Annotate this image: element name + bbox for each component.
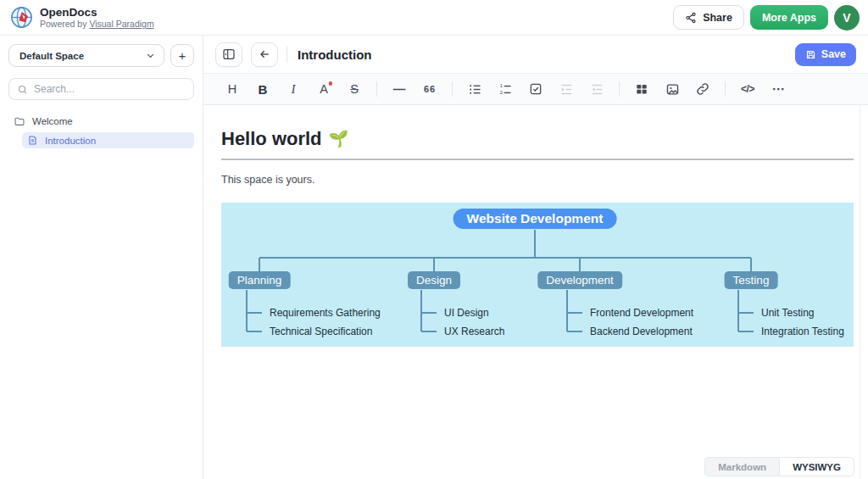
sidebar-item-welcome[interactable]: Welcome — [8, 113, 194, 129]
heading-rule — [221, 159, 854, 160]
horizontal-rule-button[interactable]: — — [388, 78, 410, 100]
editor-toolbar: H B I A S — 66 — [203, 73, 868, 105]
tree-item-label: Welcome — [32, 116, 73, 126]
powered-by: Powered by Visual Paradigm — [40, 19, 154, 29]
mindmap-leaf: Technical Specification — [270, 326, 372, 337]
checkbox-icon — [529, 82, 542, 96]
table-icon — [635, 82, 648, 96]
heading-button[interactable]: H — [221, 78, 243, 100]
task-list-button[interactable] — [525, 78, 547, 100]
table-button[interactable] — [631, 78, 653, 100]
bullet-list-button[interactable] — [464, 78, 486, 100]
back-button[interactable] — [251, 42, 278, 67]
more-tools-button[interactable]: ⋯ — [767, 78, 789, 100]
document-icon — [27, 135, 38, 146]
save-button[interactable]: Save — [795, 43, 856, 66]
header-divider — [287, 46, 287, 63]
tree-item-label: Introduction — [45, 136, 96, 146]
image-icon — [665, 82, 680, 97]
strikethrough-button[interactable]: S — [343, 78, 365, 100]
document-header: Introduction Save — [203, 36, 868, 73]
ordered-list-icon: 1 2 — [498, 82, 513, 97]
document-heading: Hello world 🌱 — [221, 127, 868, 151]
scrollbar-gutter[interactable] — [860, 105, 868, 479]
space-selector[interactable]: Default Space — [8, 44, 164, 67]
mindmap-leaf: Backend Development — [590, 326, 693, 337]
user-avatar[interactable]: V — [834, 5, 860, 31]
toolbar-divider — [452, 81, 453, 97]
tab-markdown[interactable]: Markdown — [704, 457, 779, 476]
mindmap-root-node: Website Development — [453, 209, 617, 229]
mindmap-leaf: UI Design — [444, 307, 489, 319]
svg-text:1: 1 — [499, 83, 502, 88]
chevron-down-icon — [145, 50, 156, 61]
indent-icon — [559, 82, 574, 97]
mindmap-branch-development: Development — [537, 271, 622, 289]
mindmap-leaf: Unit Testing — [761, 307, 814, 319]
visual-paradigm-link[interactable]: Visual Paradigm — [89, 19, 153, 29]
outdent-icon — [590, 82, 604, 97]
bold-button[interactable]: B — [252, 78, 274, 100]
tab-wysiwyg[interactable]: WYSIWYG — [779, 457, 854, 476]
seedling-emoji: 🌱 — [329, 127, 349, 151]
color-dot — [329, 81, 333, 86]
brand-text: OpenDocs Powered by Visual Paradigm — [40, 6, 154, 30]
search-box[interactable] — [8, 78, 194, 100]
share-button[interactable]: Share — [673, 5, 744, 30]
svg-text:2: 2 — [499, 90, 502, 95]
page-title: Introduction — [298, 47, 371, 62]
indent-button[interactable] — [555, 78, 577, 100]
bullet-list-icon — [468, 82, 482, 97]
toolbar-divider — [725, 81, 726, 97]
search-input[interactable] — [34, 83, 186, 95]
outdent-button[interactable] — [586, 78, 608, 100]
mindmap-diagram[interactable]: Website Development Planning Design Deve… — [221, 203, 854, 347]
panel-left-icon — [222, 47, 236, 61]
blockquote-button[interactable]: 66 — [419, 78, 441, 100]
mindmap-branch-planning: Planning — [229, 271, 291, 289]
toolbar-divider — [619, 81, 620, 97]
mindmap-leaf: UX Research — [444, 326, 504, 337]
mindmap-leaf: Integration Testing — [761, 326, 844, 337]
mindmap-branch-design: Design — [408, 271, 460, 289]
space-row: Default Space + — [8, 44, 194, 67]
app-title: OpenDocs — [40, 6, 154, 19]
mindmap-branch-testing: Testing — [725, 271, 778, 289]
editor-mode-tabs: Markdown WYSIWYG — [704, 457, 854, 476]
document-paragraph: This space is yours. — [221, 174, 868, 186]
body: Default Space + — [0, 36, 868, 479]
italic-button[interactable]: I — [282, 78, 304, 100]
top-bar: OpenDocs Powered by Visual Paradigm Shar… — [0, 0, 868, 36]
code-button[interactable]: </> — [737, 78, 759, 100]
search-icon — [17, 84, 28, 95]
add-space-button[interactable]: + — [170, 44, 194, 67]
link-icon — [696, 82, 709, 96]
brand: OpenDocs Powered by Visual Paradigm — [10, 6, 154, 30]
main-panel: Introduction Save H B I — [203, 36, 868, 479]
toggle-sidebar-button[interactable] — [215, 42, 242, 67]
sidebar: Default Space + — [0, 36, 203, 479]
ordered-list-button[interactable]: 1 2 — [494, 78, 516, 100]
toolbar-divider — [376, 81, 377, 97]
sidebar-item-introduction[interactable]: Introduction — [22, 132, 194, 148]
mindmap-leaf: Frontend Development — [590, 307, 693, 319]
topbar-actions: Share More Apps V — [673, 5, 860, 31]
mindmap-leaf: Requirements Gathering — [270, 307, 381, 319]
opendocs-app: OpenDocs Powered by Visual Paradigm Shar… — [0, 0, 868, 479]
more-apps-button[interactable]: More Apps — [750, 5, 828, 30]
save-icon — [805, 49, 816, 60]
arrow-left-icon — [258, 47, 271, 61]
share-icon — [685, 12, 697, 24]
link-button[interactable] — [692, 78, 714, 100]
image-button[interactable] — [661, 78, 683, 100]
folder-icon — [14, 115, 25, 127]
font-color-button[interactable]: A — [313, 78, 335, 100]
opendocs-logo-icon — [10, 6, 33, 29]
editor-canvas[interactable]: Hello world 🌱 This space is yours. — [203, 105, 868, 479]
